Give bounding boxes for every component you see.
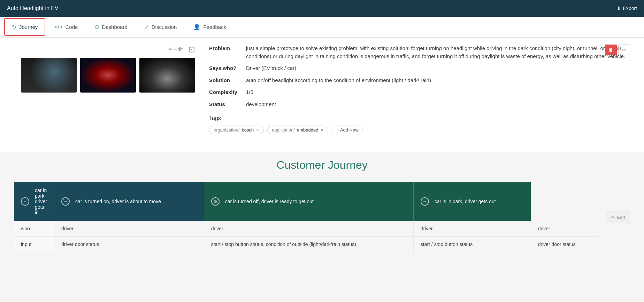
pencil-icon: ✏ xyxy=(622,47,626,53)
pencil-icon-journey: ✏ xyxy=(611,215,615,220)
edit-detail-button[interactable]: ✏ xyxy=(618,45,630,55)
tab-code[interactable]: </> Code xyxy=(47,18,85,36)
image-thumb-3[interactable] xyxy=(139,58,195,93)
input-cell-4: driver door status xyxy=(531,237,599,252)
image-thumb-2[interactable] xyxy=(80,58,136,93)
overlay-actions: 🗑 ✏ xyxy=(605,45,630,55)
journey-header-step2: → car is turned on, driver is about to m… xyxy=(54,182,204,221)
solution-label: Solution xyxy=(209,77,240,85)
main-content: ✏ Edit ⊡ 🗑 ✏ xyxy=(0,38,644,152)
complexity-value: 1/5 xyxy=(246,88,630,96)
tag-category-2: application/ xyxy=(272,127,295,133)
tab-dashboard[interactable]: ⊙ Dashboard xyxy=(87,18,135,36)
tag-remove-1[interactable]: ✕ xyxy=(256,128,259,132)
says-who-row: Says who? Driver (EV truck / car) xyxy=(209,64,630,72)
top-section: ✏ Edit ⊡ 🗑 ✏ xyxy=(14,45,630,134)
journey-header-step3: ⊙ car is turned off, driver is ready to … xyxy=(204,182,413,221)
complexity-row: Complexity 1/5 xyxy=(209,88,630,96)
app-title: Auto Headlight in EV xyxy=(7,5,59,11)
step-icon-2: → xyxy=(61,197,70,206)
add-tag-button[interactable]: + Add New xyxy=(332,126,363,134)
journey-edit-button[interactable]: ✏ Edit xyxy=(606,212,630,223)
tags-row: organization/bosch ✕ application/embedde… xyxy=(209,126,630,134)
images-row xyxy=(21,58,195,93)
problem-label: Problem xyxy=(209,45,240,60)
left-panel: ✏ Edit ⊡ xyxy=(14,45,195,134)
export-icon: ⬇ xyxy=(617,6,621,11)
code-icon: </> xyxy=(54,24,62,30)
input-label: input xyxy=(14,237,54,252)
input-cell-1: driver door status xyxy=(54,237,204,252)
tag-remove-2[interactable]: ✕ xyxy=(320,128,324,132)
status-row: Status development xyxy=(209,101,630,109)
solution-row: Solution auto on/off headlight according… xyxy=(209,77,630,85)
journey-table: → car in park, driver gets in → car is t… xyxy=(14,182,599,252)
trash-icon: 🗑 xyxy=(608,47,613,53)
journey-icon: ↻ xyxy=(12,24,16,30)
tab-journey[interactable]: ↻ Journey xyxy=(4,18,45,36)
says-who-value: Driver (EV truck / car) xyxy=(246,64,630,72)
journey-input-row: input driver door status start / stop bu… xyxy=(14,237,599,252)
status-label: Status xyxy=(209,101,240,109)
solution-value: auto on/off headlight according to the c… xyxy=(246,77,630,85)
complexity-label: Complexity xyxy=(209,88,240,96)
discussion-icon: ↗ xyxy=(144,24,149,30)
status-value: development xyxy=(246,101,630,109)
image-thumb-1[interactable] xyxy=(21,58,77,93)
who-cell-2: driver xyxy=(204,221,413,237)
tags-section: Tags organization/bosch ✕ application/em… xyxy=(209,115,630,134)
delete-button[interactable]: 🗑 xyxy=(605,45,617,55)
who-cell-3: driver xyxy=(413,221,531,237)
journey-who-row: who driver driver driver driver xyxy=(14,221,599,237)
input-cell-3: start / stop button status xyxy=(413,237,531,252)
step-icon-4: → xyxy=(421,197,429,206)
who-label: who xyxy=(14,221,54,237)
export-button[interactable]: ⬇ Export xyxy=(617,6,637,11)
journey-header-step1: → car in park, driver gets in xyxy=(14,182,54,221)
app-header: Auto Headlight in EV ⬇ Export xyxy=(0,0,644,17)
journey-table-wrapper: → car in park, driver gets in → car is t… xyxy=(14,182,630,252)
input-cell-2: start / stop button status. condition of… xyxy=(204,237,413,252)
tags-label: Tags xyxy=(209,115,630,121)
who-cell-4: driver xyxy=(531,221,599,237)
journey-section: Customer Journey → car in park, driver g… xyxy=(0,152,644,259)
problem-row: Problem just a simple prototype to solve… xyxy=(209,45,630,60)
journey-header-row: → car in park, driver gets in → car is t… xyxy=(14,182,599,221)
nav-tabs: ↻ Journey </> Code ⊙ Dashboard ↗ Discuss… xyxy=(0,17,644,38)
tag-application-embedded: application/embedded ✕ xyxy=(267,126,328,134)
tag-category-1: organization/ xyxy=(214,127,239,133)
step-icon-1: → xyxy=(21,197,29,206)
journey-header-step4: → car is in park, driver gets out xyxy=(413,182,531,221)
says-who-label: Says who? xyxy=(209,64,240,72)
tag-name-1: bosch xyxy=(242,127,254,133)
tag-name-2: embedded xyxy=(297,127,318,133)
tab-discussion[interactable]: ↗ Discussion xyxy=(137,18,185,36)
journey-title: Customer Journey xyxy=(14,159,630,172)
details-panel: 🗑 ✏ Problem just a simple prototype to s… xyxy=(209,45,630,134)
feedback-icon: 👤 xyxy=(193,24,200,30)
dashboard-icon: ⊙ xyxy=(94,24,99,30)
problem-value: just a simple prototype to solve existin… xyxy=(246,45,630,60)
tab-feedback[interactable]: 👤 Feedback xyxy=(186,18,234,36)
who-cell-1: driver xyxy=(54,221,204,237)
tag-organization-bosch: organization/bosch ✕ xyxy=(209,126,264,134)
scan-icon: ⊡ xyxy=(188,45,195,54)
pencil-icon: ✏ xyxy=(169,47,173,52)
edit-images-button[interactable]: ✏ Edit xyxy=(169,47,183,52)
step-icon-3: ⊙ xyxy=(211,197,220,206)
scan-button[interactable]: ⊡ xyxy=(188,45,195,54)
edit-controls: ✏ Edit ⊡ xyxy=(169,45,195,54)
